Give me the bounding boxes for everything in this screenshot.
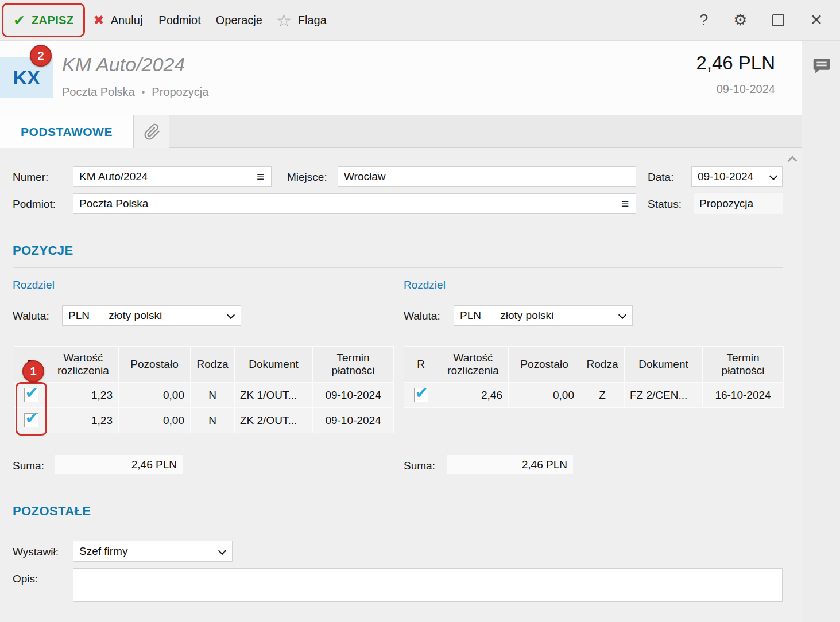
scroll-up-icon[interactable]: [788, 156, 798, 166]
close-button[interactable]: ✕: [810, 11, 823, 29]
document-subtitle: Poczta Polska • Propozycja: [62, 85, 208, 99]
maximize-button[interactable]: [772, 14, 784, 26]
podmiot-input[interactable]: [73, 193, 636, 214]
waluta-label-left: Waluta:: [13, 310, 49, 322]
chevron-down-icon: [618, 311, 626, 319]
currency-name-left: złoty polski: [109, 309, 162, 321]
row-checkbox[interactable]: ✔: [414, 388, 428, 402]
cell-rodzaj: N: [191, 408, 234, 433]
waluta-dropdown-right[interactable]: PLN złoty polski: [454, 305, 633, 326]
chevron-down-icon: [227, 311, 235, 319]
chevron-down-icon: [218, 547, 226, 555]
col-header-rodzaj[interactable]: Rodza: [580, 347, 624, 382]
podmiot-menu-button[interactable]: Podmiot: [158, 14, 200, 27]
suma-label-left: Suma:: [13, 460, 44, 472]
col-header-wartosc[interactable]: Wartość rozliczenia: [438, 347, 508, 382]
data-dropdown[interactable]: 09-10-2024: [691, 166, 783, 187]
col-header-dokument[interactable]: Dokument: [625, 347, 702, 382]
wystawil-value: Szef firmy: [79, 545, 127, 557]
table-row[interactable]: ✔ 1,23 0,00 N ZK 1/OUT... 09-10-2024: [14, 383, 393, 407]
col-header-wartosc[interactable]: Wartość rozliczenia: [48, 347, 118, 382]
row-checkbox[interactable]: ✔: [24, 388, 38, 402]
cell-pozostalo: 0,00: [119, 383, 190, 407]
form-content: Numer: ≡ Miejsce: Data: 09-10-2024 Podmi…: [0, 148, 802, 622]
tab-podstawowe[interactable]: PODSTAWOWE: [0, 115, 134, 149]
document-date: 09-10-2024: [717, 83, 775, 96]
document-header: KX KM Auto/2024 Poczta Polska • Propozyc…: [0, 41, 802, 115]
table-row[interactable]: ✔ 1,23 0,00 N ZK 2/OUT... 09-10-2024: [14, 408, 393, 433]
status-label: Status:: [648, 198, 682, 211]
settlements-table-right: R Wartość rozliczenia Pozostało Rodza Do…: [404, 346, 784, 408]
cell-pozostalo: 0,00: [119, 408, 190, 433]
col-header-pozostalo[interactable]: Pozostało: [119, 347, 190, 382]
star-icon: ☆: [276, 10, 292, 30]
col-header-pozostalo[interactable]: Pozostało: [509, 347, 580, 382]
document-title: KM Auto/2024: [62, 53, 185, 76]
col-header-rodzaj[interactable]: Rodza: [191, 347, 234, 382]
operacje-menu-button[interactable]: Operacje: [216, 14, 262, 27]
comment-bubble-icon: [811, 56, 832, 76]
cancel-button[interactable]: ✖ Anuluj: [93, 13, 142, 28]
chevron-down-icon: [769, 172, 777, 180]
document-amount: 2,46 PLN: [696, 52, 775, 74]
row-checkbox[interactable]: ✔: [24, 413, 38, 427]
gear-icon[interactable]: ⚙: [733, 11, 747, 29]
help-button[interactable]: ?: [699, 11, 708, 29]
table-header-row: R Wartość rozliczenia Pozostało Rodza Do…: [14, 347, 393, 382]
save-check-icon: ✔: [13, 12, 25, 29]
podmiot-menu-label: Podmiot: [158, 14, 200, 27]
window-controls: ? ⚙ ✕: [699, 11, 823, 29]
cancel-button-label: Anuluj: [111, 14, 143, 27]
subtitle-separator-dot: •: [142, 87, 145, 98]
cell-wartosc[interactable]: 1,23: [48, 408, 118, 433]
settlements-table-left: R Wartość rozliczenia Pozostało Rodza Do…: [14, 346, 394, 433]
data-label: Data:: [648, 171, 673, 184]
table-header-row: R Wartość rozliczenia Pozostało Rodza Do…: [404, 347, 783, 382]
cell-termin: 16-10-2024: [703, 383, 783, 407]
cell-rodzaj: Z: [580, 383, 624, 407]
currency-code-right: PLN: [460, 309, 481, 321]
rozdziel-link-right[interactable]: Rozdziel: [404, 279, 446, 291]
save-button[interactable]: ✔ ZAPISZ: [2, 3, 85, 37]
cell-dokument: FZ 2/CEN...: [625, 383, 702, 407]
waluta-label-right: Waluta:: [404, 310, 440, 322]
pozycje-divider: [13, 267, 783, 268]
cell-termin: 09-10-2024: [313, 383, 393, 407]
pozostale-section-title: POZOSTAŁE: [13, 504, 91, 519]
numer-menu-icon[interactable]: ≡: [257, 169, 264, 185]
paperclip-icon: [144, 123, 161, 141]
cell-wartosc[interactable]: 2,46: [438, 383, 508, 407]
col-header-termin[interactable]: Termin płatności: [313, 347, 393, 382]
toolbar: ✔ ZAPISZ ✖ Anuluj Podmiot Operacje ☆ Fla…: [0, 0, 840, 41]
document-status-text: Propozycja: [152, 85, 208, 99]
col-header-r[interactable]: R: [404, 347, 438, 382]
rozdziel-link-left[interactable]: Rozdziel: [13, 279, 55, 291]
comments-button[interactable]: [811, 55, 833, 77]
tab-attachments[interactable]: [134, 115, 169, 148]
table-row[interactable]: ✔ 2,46 0,00 Z FZ 2/CEN... 16-10-2024: [404, 383, 783, 407]
save-button-label: ZAPISZ: [32, 14, 74, 27]
cell-dokument: ZK 2/OUT...: [235, 408, 312, 433]
cell-termin: 09-10-2024: [313, 408, 393, 433]
miejsce-input[interactable]: [338, 166, 636, 187]
wystawil-label: Wystawił:: [13, 546, 59, 558]
opis-textarea[interactable]: [73, 568, 783, 602]
cancel-x-icon: ✖: [93, 13, 104, 28]
wystawil-dropdown[interactable]: Szef firmy: [73, 541, 233, 562]
suma-value-left: 2,46 PLN: [55, 455, 183, 474]
col-header-termin[interactable]: Termin płatności: [703, 347, 783, 382]
numer-input[interactable]: [73, 166, 272, 187]
data-value: 09-10-2024: [698, 170, 753, 182]
cell-rodzaj: N: [191, 383, 234, 407]
flag-button[interactable]: ☆ Flaga: [276, 10, 327, 30]
col-header-dokument[interactable]: Dokument: [235, 347, 312, 382]
suma-value-right: 2,46 PLN: [447, 455, 573, 474]
cell-dokument: ZK 1/OUT...: [235, 383, 312, 407]
numer-label: Numer:: [13, 171, 48, 184]
cell-pozostalo: 0,00: [509, 383, 580, 407]
document-company: Poczta Polska: [62, 85, 135, 99]
miejsce-label: Miejsce:: [287, 171, 327, 184]
podmiot-menu-icon[interactable]: ≡: [621, 196, 629, 212]
waluta-dropdown-left[interactable]: PLN złoty polski: [62, 305, 241, 326]
cell-wartosc[interactable]: 1,23: [48, 383, 118, 407]
